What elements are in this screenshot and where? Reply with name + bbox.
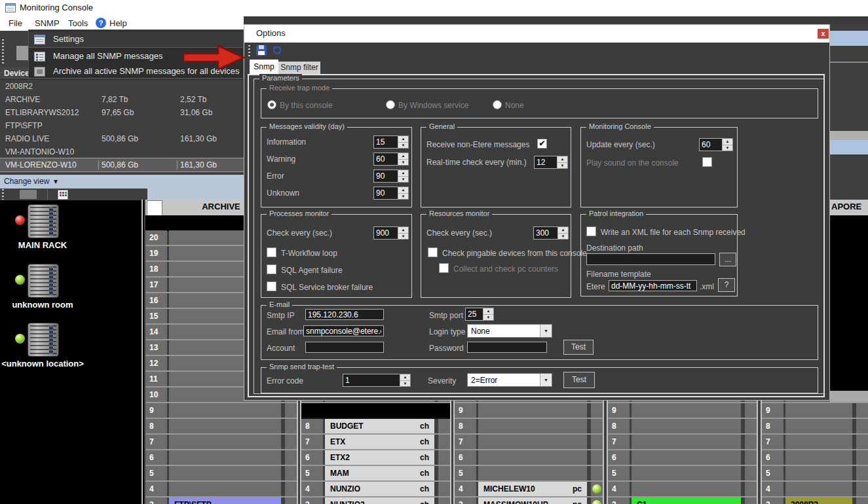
close-button[interactable]: x [818,29,829,39]
change-view-bar[interactable]: Change view ▾ [0,175,147,189]
resources-check-input[interactable] [533,226,558,240]
slot-number: 6 [301,450,323,465]
slot-device[interactable]: NUNZIO2ch [325,497,434,504]
receive-non-etere-checkbox[interactable]: ✔ [537,139,547,149]
warning-spinner[interactable]: ▲▼ [373,153,409,166]
radio-by-windows-service[interactable] [386,100,395,109]
chevron-down-icon[interactable]: ▼ [540,325,552,337]
unknown-spinner[interactable]: ▲▼ [373,187,409,200]
tworkflow-loop-checkbox[interactable] [267,247,276,257]
update-every-input[interactable] [699,138,723,151]
device-row[interactable]: ETLIBRARYWS201297,65 Gb31,06 Gb [0,106,244,119]
field-label: Receive non-Etere messages [426,140,529,149]
slot-device[interactable]: NUNZIOch [325,482,434,496]
device-row[interactable]: ARCHIVE7,82 Tb2,52 Tb [0,93,244,106]
sql-service-broker-checkbox[interactable] [267,281,276,291]
error-code-spinner[interactable]: ▲▼ [343,374,411,387]
update-every-spinner[interactable]: ▲▼ [699,138,733,151]
check-pingable-checkbox[interactable] [428,247,438,257]
filename-template-input[interactable] [609,280,697,291]
slot-device[interactable]: MASSIMOW10UPpc [478,497,587,504]
processes-check-input[interactable] [373,226,398,240]
rack-item[interactable]: MAIN RACK [0,204,85,262]
smtp-port-spinner[interactable]: ▲▼ [465,308,494,321]
chevron-down-icon[interactable]: ▼ [540,374,552,386]
error-input[interactable] [373,170,398,183]
rack-slot-row: 9 [145,403,297,419]
email-test-button[interactable]: Test [563,340,594,355]
collect-counters-checkbox[interactable] [439,263,449,273]
information-spinner[interactable]: ▲▼ [373,135,409,149]
device-row[interactable]: RADIO LIVE500,86 Gb161,30 Gb [0,132,244,145]
error-code-input[interactable] [343,374,400,387]
undo-icon[interactable] [272,45,282,56]
processes-check-spinner[interactable]: ▲▼ [373,226,409,240]
radio-by-this-console[interactable] [267,100,276,109]
toolbar-grip[interactable] [248,45,250,57]
unknown-input[interactable] [373,187,398,200]
slot-number: 8 [762,419,783,433]
save-icon[interactable] [256,45,267,56]
sql-agent-failure-checkbox[interactable] [267,264,276,274]
template-help-button[interactable]: ? [718,278,735,292]
menubar-item-tools[interactable]: Tools [68,18,88,28]
browse-button[interactable]: ... [719,253,736,266]
tab-snmp-filter[interactable]: Snmp filter [278,62,320,74]
device-name: RADIO LIVE [5,134,49,143]
rack-slot-row: 4 [145,482,297,497]
field-label: Real-time check every (min.) [426,158,527,167]
menubar-item-snmp[interactable]: SNMP [35,18,60,28]
slot-device[interactable]: MICHELEW10pc [478,482,587,496]
device-row[interactable]: VM-ANTONIO-W10 [0,145,244,158]
slot-device[interactable]: 2008R2 [785,497,852,504]
slot-device[interactable]: BUDGETch [325,419,434,433]
information-input[interactable] [373,135,398,149]
smtp-port-input[interactable] [465,308,483,321]
slot-device[interactable]: ETXch [325,435,434,449]
slot-device-name: NUNZIO2 [330,497,365,504]
severity-select[interactable]: 2=Error ▼ [467,373,552,387]
field-label: Error code [267,376,303,386]
write-xml-checkbox[interactable] [586,226,596,236]
slot-device[interactable]: C1 [632,497,741,504]
slot-device-type: ch [420,450,429,465]
toolbar-grip[interactable] [2,39,4,64]
rack-item[interactable]: <unknown location> [0,323,85,380]
device-row[interactable]: VM-LORENZO-W10500,86 Gb161,30 Gb [0,158,244,171]
slot-device[interactable]: FTP\SFTP [169,497,281,504]
field-label: Smtp IP [267,311,295,320]
slot-device[interactable]: ETX2ch [325,450,434,465]
toolbar-button[interactable] [20,190,37,199]
trap-test-button[interactable]: Test [563,372,595,388]
resources-check-spinner[interactable]: ▲▼ [533,226,569,240]
smtp-ip-input[interactable] [305,309,384,320]
dialog-titlebar[interactable]: Options x [244,25,829,43]
menubar-item-help[interactable]: Help [109,18,127,28]
slot-empty [632,450,741,465]
warning-input[interactable] [373,153,398,166]
account-input[interactable] [305,342,384,353]
device-row[interactable]: FTP\SFTP [0,119,244,132]
monitoring-console-screen: Monitoring Console File SNMP Tools ? Hel… [0,0,868,504]
slot-number: 3 [455,497,476,504]
realtime-check-spinner[interactable]: ▲▼ [534,156,568,169]
tab-snmp[interactable]: Snmp [250,60,278,74]
processes-monitor-group: Processes monitor Check every (sec.) ▲▼ … [261,214,412,298]
toolbar-button[interactable] [16,46,28,60]
login-type-select[interactable]: None ▼ [467,324,552,338]
rack-item[interactable]: unknown room [0,264,85,321]
error-spinner[interactable]: ▲▼ [373,170,409,183]
play-sound-checkbox[interactable] [702,157,712,167]
radio-label: By Windows service [398,101,468,110]
destination-path-input[interactable] [586,253,715,265]
device-row[interactable]: 2008R2 [0,80,244,93]
realtime-check-input[interactable] [534,156,557,169]
slot-status-cell [438,466,450,480]
menubar-item-file[interactable]: File [9,18,22,28]
radio-none[interactable] [493,100,502,109]
grid-view-icon[interactable] [58,190,68,200]
email-from-input[interactable] [303,325,384,336]
slot-device[interactable]: MAMch [325,466,434,480]
toolbar-grip[interactable] [2,189,4,200]
password-input[interactable] [467,342,547,353]
